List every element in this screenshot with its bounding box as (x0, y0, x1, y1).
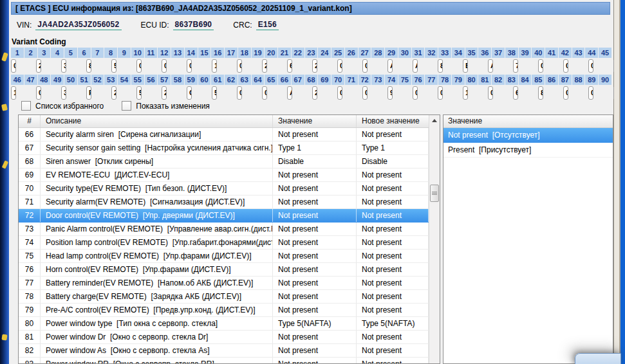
hex-index-cell: 63 (238, 75, 251, 85)
background-fragment (1, 104, 8, 111)
hex-byte-cell[interactable]: 88 (438, 59, 443, 73)
hex-index-cell: 13 (171, 48, 184, 58)
table-row[interactable]: 73Panic Alarm control(EV REMOTE) [Управл… (19, 223, 429, 236)
show-changes-checkbox-label[interactable]: Показать изменения (136, 102, 210, 111)
hex-byte-cell[interactable]: 03 (413, 86, 418, 100)
hex-byte-cell[interactable]: AC (413, 59, 418, 73)
table-row[interactable]: 83Power window RR [Окно с сервопр. стекл… (19, 358, 429, 363)
row-value: Not present (273, 128, 357, 141)
hex-byte-cell[interactable]: 1E (463, 86, 468, 100)
hex-byte-cell[interactable]: AA (488, 59, 493, 73)
row-value: Not present (273, 304, 357, 316)
hex-byte-cell[interactable]: 83 (86, 59, 91, 73)
hex-byte-cell[interactable]: 00 (563, 59, 568, 73)
table-row[interactable]: 68Siren answer [Отклик сирены]DisableDis… (19, 155, 429, 168)
hex-byte-cell[interactable]: 32 (61, 59, 66, 73)
row-new-value: Not present (357, 196, 429, 208)
hex-byte-cell[interactable]: 00 (362, 86, 368, 100)
hex-byte-cell[interactable]: 00 (337, 59, 342, 73)
hex-index-cell: 65 (265, 75, 277, 85)
table-row[interactable]: 70Security type(EV REMOTE) [Тип безоп. (… (19, 182, 429, 196)
hex-byte-cell[interactable]: 00 (588, 86, 593, 100)
hex-index-cell: 73 (371, 75, 384, 85)
hex-byte-cell[interactable]: 5C (136, 86, 142, 100)
hex-byte-cell[interactable]: A0 (287, 86, 292, 100)
table-row[interactable]: 69EV REMOTE-ECU [ДИСТ.EV-ECU]Not present… (19, 168, 429, 182)
hex-index-cell: 45 (599, 48, 611, 58)
hex-byte-cell[interactable]: 24 (162, 86, 167, 100)
hex-byte-cell[interactable]: 24 (262, 59, 267, 73)
favorites-checkbox[interactable] (21, 101, 31, 111)
hex-byte-cell[interactable]: 00 (262, 86, 267, 100)
table-row[interactable]: 74Position lamp control(EV REMOTE) [Упр.… (19, 236, 429, 250)
row-description: Power window As [Окно с сервопр. стекла … (41, 344, 273, 357)
hex-byte-cell[interactable]: 32 (61, 86, 66, 100)
hex-index-cell: 82 (492, 75, 505, 85)
column-header-new-value[interactable]: Новое значение (357, 115, 429, 127)
table-row[interactable]: 79Pre-A/C control(EV REMOTE) [Предв.упр.… (19, 304, 429, 317)
hex-byte-cell[interactable]: 00 (538, 59, 543, 73)
table-row[interactable]: 78Battery charge(EV REMOTE) [Зарядка АКБ… (19, 290, 429, 304)
table-row[interactable]: 81Power window Dr [Окно с сервопр. стекл… (19, 331, 429, 344)
hex-index-cell: 35 (465, 48, 478, 58)
hex-byte-cell[interactable]: 90 (387, 86, 393, 100)
hex-byte-cell[interactable]: 0F (36, 86, 41, 100)
hex-byte-cell[interactable]: 51 (212, 86, 217, 100)
row-number: 81 (19, 331, 41, 343)
hex-byte-cell[interactable]: 00 (362, 59, 368, 73)
hex-byte-cell[interactable]: 80 (538, 86, 543, 100)
hex-byte-cell[interactable]: 0B (187, 59, 192, 73)
column-header-value[interactable]: Значение (273, 115, 357, 127)
hex-byte-cell[interactable]: 00 (588, 59, 593, 73)
scroll-up-button[interactable] (429, 115, 440, 126)
hex-byte-cell[interactable]: 28 (312, 86, 317, 100)
hex-byte-cell[interactable]: 04 (136, 59, 142, 73)
hex-byte-cell[interactable]: B6 (463, 59, 468, 73)
table-body: 66Security alarm siren [Сирена сигнализа… (19, 128, 429, 363)
value-option[interactable]: Not present [Отсутствует] (443, 128, 613, 143)
scroll-thumb[interactable] (430, 185, 439, 202)
hex-byte-cell[interactable]: 54 (111, 59, 117, 73)
hex-byte-cell[interactable]: 11 (212, 59, 217, 73)
hex-byte-cell[interactable]: 02 (337, 86, 342, 100)
hex-byte-cell[interactable]: 7C (513, 59, 518, 73)
hex-byte-cell[interactable]: 01 (563, 86, 568, 100)
row-new-value: Not present (357, 263, 429, 276)
column-header-description[interactable]: Описание (41, 115, 273, 127)
hex-byte-row-2: 180F32F1285C24C9510000A02802009003001E01… (11, 86, 611, 100)
column-header-number[interactable]: # (19, 115, 41, 127)
hex-byte-cell[interactable]: 24 (312, 59, 317, 73)
hex-byte-cell[interactable]: 00 (237, 86, 242, 100)
table-row[interactable]: 77Battery reminder(EV REMOTE) [Напом.об … (19, 277, 429, 290)
popup-window-corner[interactable] (575, 353, 621, 364)
hex-byte-cell[interactable]: 28 (111, 86, 117, 100)
hex-byte-cell[interactable]: F1 (86, 86, 91, 100)
hex-byte-cell[interactable]: 01 (488, 86, 493, 100)
hex-byte-cell[interactable]: 18 (11, 86, 16, 100)
table-row[interactable]: 66Security alarm siren [Сирена сигнализа… (19, 128, 429, 141)
value-option[interactable]: Present [Присутствует] (443, 143, 613, 158)
favorites-checkbox-label[interactable]: Список избранного (35, 102, 104, 111)
table-row[interactable]: 72Door control(EV REMOTE) [Упр. дверями … (19, 209, 429, 223)
hex-byte-cell[interactable]: 00 (11, 59, 16, 73)
table-row[interactable]: 80Power window type [Тип окна с сервопр.… (19, 317, 429, 331)
table-row[interactable]: 67Security sensor gain setting [Настройк… (19, 141, 429, 155)
table-row[interactable]: 75Head lamp control(EV REMOTE) [Упр.фара… (19, 250, 429, 263)
hex-byte-cell[interactable]: A8 (387, 59, 393, 73)
hex-byte-cell[interactable]: C9 (187, 86, 192, 100)
hex-byte-cell[interactable]: 24 (36, 59, 41, 73)
hex-byte-cell[interactable]: 64 (513, 86, 518, 100)
hex-index-cell: 42 (559, 48, 572, 58)
show-changes-checkbox[interactable] (122, 101, 131, 111)
table-row[interactable]: 76Horn control(EV REMOTE) [Упр.фарами (Д… (19, 263, 429, 277)
hex-index-cell: 58 (171, 75, 184, 85)
hex-byte-cell[interactable]: 63 (287, 59, 292, 73)
hex-byte-cell[interactable]: 00 (237, 59, 242, 73)
hex-index-cell: 10 (131, 48, 144, 58)
table-row[interactable]: 82Power window As [Окно с сервопр. стекл… (19, 344, 429, 358)
table-row[interactable]: 71Security alarm(EV REMOTE) [Сигнализаци… (19, 196, 429, 209)
table-scrollbar[interactable] (429, 115, 440, 363)
hex-byte-cell[interactable]: 00 (438, 86, 443, 100)
hex-byte-cell[interactable]: 00 (162, 59, 167, 73)
hex-index-cell: 55 (131, 75, 144, 85)
